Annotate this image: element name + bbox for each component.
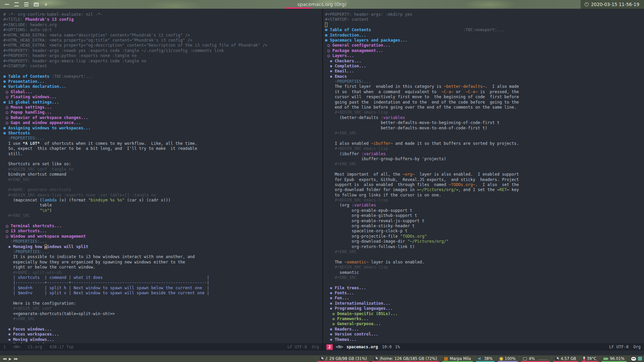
buffer-line: #+END_SRC bbox=[3, 213, 322, 218]
buffer-line: ✱ Focus windows... bbox=[3, 327, 322, 332]
buffer-line: #+BEGIN_SRC conf :tangle no bbox=[3, 167, 322, 172]
echo-area bbox=[0, 351, 644, 355]
title-accent-underline bbox=[285, 7, 311, 9]
buffer-line: for Epub exports, Github, Reveal.JS expo… bbox=[325, 177, 644, 182]
buffer-line: ○ Behavior of workspace changes... bbox=[3, 115, 322, 120]
previous-track-icon[interactable]: ◀◀ bbox=[3, 357, 6, 360]
emacs-window-left: # -*- org-confirm-babel-evaluate: nil -*… bbox=[0, 9, 322, 351]
modeline-left: 1 <N> i3.org 438:17 Top LF UTF-8 Org bbox=[0, 343, 322, 351]
clock-widget: 2020-03-15 11-56-19 bbox=[581, 0, 644, 9]
segment-text: 4% bbox=[529, 356, 535, 361]
buffer-line: cursor will respectively first move to t… bbox=[325, 95, 644, 100]
buffer-line: org-enable-github-support t bbox=[325, 213, 644, 218]
buffer-line: bindsym shortcut command bbox=[3, 172, 322, 177]
buffer-line: to follow org links if the cursor is on … bbox=[325, 193, 644, 198]
cpu-monitor-icon bbox=[523, 357, 527, 360]
buffer-line: ○ i3 shortcuts... bbox=[3, 229, 322, 234]
buffer-line: ○ Floating windows... bbox=[3, 95, 322, 100]
buffer-line: ✿ Domain-specific (DSLs)... bbox=[325, 311, 644, 316]
buffer-line: #+STARTUP: content bbox=[3, 64, 322, 69]
buffer-line: #+NAME: split-win-sh bbox=[3, 270, 322, 275]
buffer-line: ⊛ Table of Contents :TOC:noexport:... bbox=[3, 74, 322, 79]
buffer-line: #+PROPERTY: header-args: :mkdirp yes bbox=[325, 12, 644, 17]
disk-icon bbox=[374, 357, 378, 361]
system-tray bbox=[628, 357, 644, 361]
status-segment[interactable]: 38% bbox=[474, 355, 496, 362]
status-segment: 4.57 GB bbox=[551, 355, 580, 362]
buffer-line bbox=[3, 69, 322, 74]
play-icon[interactable]: ▶ bbox=[9, 357, 11, 361]
buffer-line: :PROPERTIES:... bbox=[325, 79, 644, 84]
tray-app-icon[interactable] bbox=[638, 357, 642, 361]
buffer-line: ✿ Frameworks... bbox=[325, 316, 644, 321]
buffer-line: ✱ Version control... bbox=[325, 332, 644, 337]
buffer-line: org-enable-sticky-header t bbox=[325, 224, 644, 229]
buffer-line: :PROPERTIES:... bbox=[3, 239, 322, 244]
buffer-line: ⊛ Presentation... bbox=[3, 79, 322, 84]
buffer-line: semantic bbox=[325, 270, 644, 275]
buffer-line: org-projectile-file "TODOs.org" bbox=[325, 234, 644, 239]
buffer-spacemacs-org[interactable]: #+PROPERTY: header-args: :mkdirp yes#+ST… bbox=[323, 9, 644, 343]
workspace-1-icon bbox=[5, 4, 9, 5]
buffer-line: #+NAME: generate-shortcuts bbox=[3, 187, 322, 192]
buffer-line: #+HTML_HEAD_EXTRA: <meta property="og:de… bbox=[3, 43, 322, 48]
media-controls: ◀◀ ▶ ▶▶ bbox=[0, 357, 17, 361]
buffer-line: #+BEGIN_SRC emacs-lisp bbox=[325, 110, 644, 115]
buffer-line: ⊛ Introduction... bbox=[325, 33, 644, 38]
status-segment: 4% ........ bbox=[519, 355, 551, 362]
buffer-line: #+BEGIN_SRC emacs-lisp bbox=[325, 146, 644, 151]
buffer-line: #+PROPERTY: header-args:python :exports … bbox=[3, 53, 322, 58]
workspace-item-4[interactable] bbox=[31, 0, 41, 9]
buffer-line: #+END_SRC bbox=[325, 131, 644, 136]
buffer-line: So, expect this chapter to be a bit long… bbox=[3, 146, 322, 151]
buffer-line: going past the indentation and to the en… bbox=[325, 100, 644, 105]
buffer-line: ✱ Checkers... bbox=[325, 59, 644, 64]
status-segment[interactable]: 100% bbox=[496, 355, 519, 362]
buffer-line: org-enable-epub-support t bbox=[325, 208, 644, 213]
buffer-line: #+BEGIN_SRC emacs-lisp bbox=[325, 198, 644, 203]
plus-icon: + bbox=[44, 2, 48, 7]
buffer-line: #+INCLUDE: headers.org bbox=[3, 22, 322, 27]
segment-text: 39°C bbox=[587, 356, 596, 361]
buffer-line: end of the line before going over the en… bbox=[325, 105, 644, 110]
volume-icon bbox=[478, 357, 482, 360]
buffer-line: <<generate-shortcuts(table=split-win-sh)… bbox=[3, 311, 322, 316]
buffer-line: ○ Package management... bbox=[325, 48, 644, 53]
buffer-line: ○ Layers... bbox=[325, 53, 644, 58]
status-segment[interactable]: Marpa Mila bbox=[440, 355, 474, 362]
evil-state-indicator: <N> bbox=[336, 345, 343, 349]
new-workspace-button[interactable]: + bbox=[41, 0, 51, 9]
buffer-line: ✱ Managing how windows will split bbox=[3, 244, 322, 249]
buffer-line bbox=[3, 219, 322, 224]
workspace-item-1[interactable] bbox=[2, 0, 12, 9]
discord-icon[interactable] bbox=[631, 357, 636, 361]
buffer-line: ⊛ Spacemacs layers and packages... bbox=[325, 38, 644, 43]
buffer-i3-org[interactable]: # -*- org-confirm-babel-evaluate: nil -*… bbox=[0, 9, 322, 343]
next-track-icon[interactable]: ▶▶ bbox=[14, 357, 17, 360]
clock-text: 2020-03-15 11-56-19 bbox=[591, 2, 639, 7]
buffer-line: #+END_SRC bbox=[325, 162, 644, 167]
workspace-item-3[interactable] bbox=[21, 0, 31, 9]
buffer-line: ✱ Moving windows... bbox=[3, 337, 322, 342]
workspace-4-icon bbox=[34, 3, 39, 6]
memory-icon bbox=[555, 357, 559, 361]
buffer-line: #+PROPERTY: header-args :noweb yes :expo… bbox=[3, 48, 322, 53]
buffer-line: ✱ Themes... bbox=[325, 337, 644, 342]
screen: + spacemacs.org (Org) 2020-03-15 11-56-1… bbox=[0, 0, 644, 362]
buffer-line: especially how they are organized by spa… bbox=[3, 260, 322, 265]
buffer-line: #+TITLE: Phundrak's i3 config bbox=[3, 17, 322, 22]
workspace-item-2[interactable] bbox=[12, 0, 21, 9]
temperature-icon bbox=[583, 357, 585, 361]
buffer-line bbox=[325, 254, 644, 259]
buffer-name: spacemacs.org bbox=[346, 345, 378, 349]
buffer-line: ○ Popup handling... bbox=[3, 110, 322, 115]
buffer-line: | shortcuts | command | what it does | bbox=[3, 275, 322, 280]
clock-icon bbox=[585, 2, 589, 6]
segment-text: Marpa Mila bbox=[450, 356, 471, 361]
buffer-line: ○ Global... bbox=[3, 89, 322, 95]
buffer-line: ⊛ Assigning windows to workspaces... bbox=[3, 126, 322, 131]
buffer-line: # -*- org-confirm-babel-evaluate: nil -*… bbox=[3, 12, 322, 17]
buffer-line: |------------+---------+----------------… bbox=[3, 280, 322, 285]
buffer-line: it so that when a command equivalent to … bbox=[325, 89, 644, 95]
modeline-right-encoding: LF UTF-8 Org bbox=[609, 345, 641, 349]
